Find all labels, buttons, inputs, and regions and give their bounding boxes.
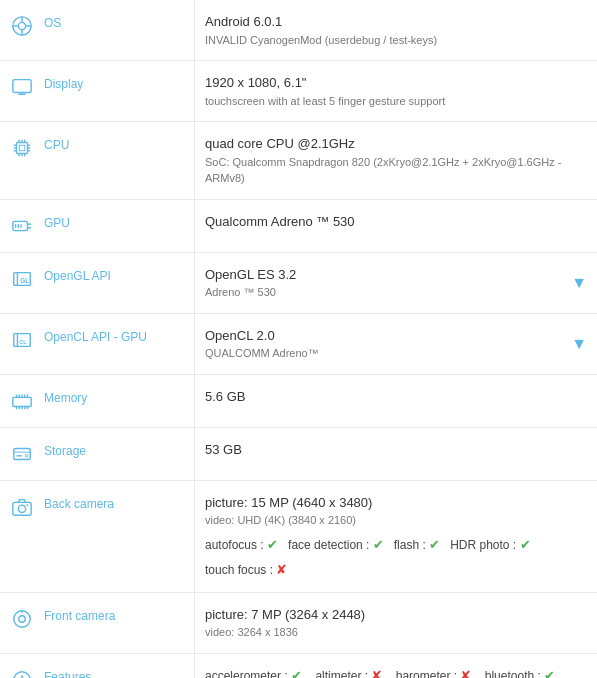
label-display: Display (0, 61, 194, 121)
altim-cross: ✘ (371, 668, 382, 679)
features-icon (8, 666, 36, 679)
frontcam-label: Front camera (44, 605, 115, 623)
memory-value: 5.6 GB (194, 375, 597, 427)
opencl-sub: QUALCOMM Adreno™ (205, 345, 587, 362)
os-main: Android 6.0.1 (205, 12, 587, 32)
row-storage: Storage 53 GB (0, 428, 597, 481)
flash-check: ✔ (429, 537, 440, 552)
cpu-label: CPU (44, 134, 69, 152)
row-cpu: CPU quad core CPU @2.1GHz SoC: Qualcomm … (0, 122, 597, 200)
opencl-value: OpenCL 2.0 QUALCOMM Adreno™ ▼ (194, 314, 597, 374)
os-label: OS (44, 12, 61, 30)
memory-main: 5.6 GB (205, 387, 587, 407)
accel-check: ✔ (291, 668, 302, 679)
opengl-main: OpenGL ES 3.2 (205, 265, 587, 285)
label-opencl: CL OpenCL API - GPU (0, 314, 194, 374)
svg-text:CL: CL (19, 338, 27, 344)
hdr-check: ✔ (520, 537, 531, 552)
backcam-features1: autofocus : ✔ face detection : ✔ flash :… (205, 535, 587, 555)
storage-label: Storage (44, 440, 86, 458)
row-backcam: Back camera picture: 15 MP (4640 x 3480)… (0, 481, 597, 593)
svg-point-53 (14, 610, 31, 627)
gpu-main: Qualcomm Adreno ™ 530 (205, 212, 587, 232)
label-cpu: CPU (0, 122, 194, 199)
opengl-dropdown-icon[interactable]: ▼ (571, 271, 587, 295)
backcam-main: picture: 15 MP (4640 x 3480) (205, 493, 587, 513)
row-memory: Memory 5.6 GB (0, 375, 597, 428)
row-frontcam: Front camera picture: 7 MP (3264 x 2448)… (0, 593, 597, 654)
facedetect-check: ✔ (373, 537, 384, 552)
backcam-value: picture: 15 MP (4640 x 3480) video: UHD … (194, 481, 597, 592)
os-value: Android 6.0.1 INVALID CyanogenMod (userd… (194, 0, 597, 60)
row-gpu: GPU Qualcomm Adreno ™ 530 (0, 200, 597, 253)
svg-rect-10 (19, 145, 25, 151)
features-value: accelerometer : ✔ altimeter : ✘ baromete… (194, 654, 597, 679)
frontcam-value: picture: 7 MP (3264 x 2448) video: 3264 … (194, 593, 597, 653)
label-os: OS (0, 0, 194, 60)
svg-point-51 (18, 505, 25, 512)
cpu-main: quad core CPU @2.1GHz (205, 134, 587, 154)
gpu-value: Qualcomm Adreno ™ 530 (194, 200, 597, 252)
baro-cross: ✘ (460, 668, 471, 679)
spec-table: OS Android 6.0.1 INVALID CyanogenMod (us… (0, 0, 597, 678)
backcam-features2: touch focus : ✘ (205, 560, 587, 580)
backcam-sub1: video: UHD (4K) (3840 x 2160) (205, 512, 587, 529)
svg-point-52 (27, 504, 29, 506)
cpu-value: quad core CPU @2.1GHz SoC: Qualcomm Snap… (194, 122, 597, 199)
cpu-icon (8, 134, 36, 162)
backcam-icon (8, 493, 36, 521)
storage-icon (8, 440, 36, 468)
display-sub: touchscreen with at least 5 finger gestu… (205, 93, 587, 110)
row-display: Display 1920 x 1080, 6.1" touchscreen wi… (0, 61, 597, 122)
svg-point-1 (18, 22, 25, 29)
memory-icon (8, 387, 36, 415)
opencl-label: OpenCL API - GPU (44, 326, 147, 344)
svg-text:GL: GL (20, 276, 29, 283)
opencl-icon: CL (8, 326, 36, 354)
storage-main: 53 GB (205, 440, 587, 460)
svg-rect-9 (17, 143, 28, 154)
frontcam-icon (8, 605, 36, 633)
label-gpu: GPU (0, 200, 194, 252)
frontcam-main: picture: 7 MP (3264 x 2448) (205, 605, 587, 625)
gpu-label: GPU (44, 212, 70, 230)
frontcam-sub: video: 3264 x 1836 (205, 624, 587, 641)
display-icon (8, 73, 36, 101)
row-opengl: GL OpenGL API OpenGL ES 3.2 Adreno ™ 530… (0, 253, 597, 314)
row-features: Features accelerometer : ✔ altimeter : ✘… (0, 654, 597, 679)
opengl-sub: Adreno ™ 530 (205, 284, 587, 301)
cpu-sub: SoC: Qualcomm Snapdragon 820 (2xKryo@2.1… (205, 154, 587, 187)
svg-point-48 (25, 454, 28, 457)
display-value: 1920 x 1080, 6.1" touchscreen with at le… (194, 61, 597, 121)
label-storage: Storage (0, 428, 194, 480)
label-frontcam: Front camera (0, 593, 194, 653)
opencl-main: OpenCL 2.0 (205, 326, 587, 346)
label-features: Features (0, 654, 194, 679)
row-os: OS Android 6.0.1 INVALID CyanogenMod (us… (0, 0, 597, 61)
svg-rect-46 (14, 448, 31, 459)
svg-point-54 (19, 615, 25, 621)
display-main: 1920 x 1080, 6.1" (205, 73, 587, 93)
opencl-dropdown-icon[interactable]: ▼ (571, 332, 587, 356)
svg-rect-35 (13, 397, 31, 406)
os-sub: INVALID CyanogenMod (userdebug / test-ke… (205, 32, 587, 49)
label-memory: Memory (0, 375, 194, 427)
opengl-value: OpenGL ES 3.2 Adreno ™ 530 ▼ (194, 253, 597, 313)
row-opencl: CL OpenCL API - GPU OpenCL 2.0 QUALCOMM … (0, 314, 597, 375)
label-opengl: GL OpenGL API (0, 253, 194, 313)
backcam-label: Back camera (44, 493, 114, 511)
features-label: Features (44, 666, 91, 679)
gpu-icon (8, 212, 36, 240)
autofocus-check: ✔ (267, 537, 278, 552)
display-label: Display (44, 73, 83, 91)
features-line1: accelerometer : ✔ altimeter : ✘ baromete… (205, 666, 587, 679)
svg-point-55 (21, 610, 23, 612)
storage-value: 53 GB (194, 428, 597, 480)
opengl-label: OpenGL API (44, 265, 111, 283)
label-backcam: Back camera (0, 481, 194, 592)
svg-rect-6 (13, 80, 31, 93)
svg-rect-50 (13, 502, 31, 515)
memory-label: Memory (44, 387, 87, 405)
bt-check: ✔ (544, 668, 555, 679)
os-icon (8, 12, 36, 40)
